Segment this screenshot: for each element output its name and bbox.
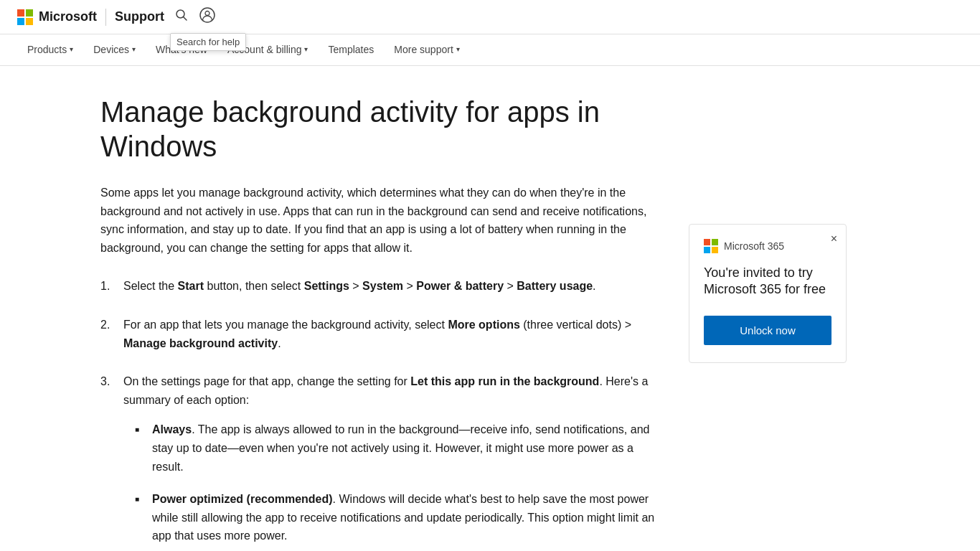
more-support-chevron-icon: ▾ [456,45,460,53]
sub-item-always: Always. The app is always allowed to run… [135,420,660,476]
ms365-card-logo: Microsoft 365 [704,239,831,253]
ms365-promo-card: × Microsoft 365 You're invited to try Mi… [689,224,847,363]
nav-templates[interactable]: Templates [318,34,384,66]
sub-always-bold: Always [152,423,192,435]
header-icons: Search for help [170,6,219,29]
nav-products[interactable]: Products ▾ [17,34,83,66]
step-1: Select the Start button, then select Set… [100,277,660,296]
step2-bold-more-options: More options [448,319,519,331]
step-2: For an app that lets you manage the back… [100,316,660,352]
microsoft-logo-text: Microsoft [39,9,97,24]
step1-bold-power: Power & battery [416,280,504,292]
step2-bold-manage: Manage background activity [123,337,278,349]
svg-rect-11 [712,247,718,253]
article-title: Manage background activity for apps in W… [100,95,660,164]
nav-templates-label: Templates [328,44,374,55]
unlock-now-button[interactable]: Unlock now [704,316,831,345]
products-chevron-icon: ▾ [70,45,73,53]
step-3-content: On the settings page for that app, chang… [123,372,660,551]
sub-item-power-content: Power optimized (recommended). Windows w… [152,490,660,545]
svg-rect-10 [704,247,710,253]
sub-list: Always. The app is always allowed to run… [123,420,660,545]
nav-products-label: Products [27,44,67,55]
nav-devices[interactable]: Devices ▾ [83,34,146,66]
nav-devices-label: Devices [93,44,129,55]
ms365-card-title: You're invited to try Microsoft 365 for … [704,265,831,298]
step-3: On the settings page for that app, chang… [100,372,660,551]
search-icon [175,9,188,25]
microsoft-logo-icon [17,9,33,25]
step3-bold-let-run: Let this app run in the background [410,375,599,387]
header-divider [105,9,106,26]
step-2-content: For an app that lets you manage the back… [123,316,660,352]
nav-more-support[interactable]: More support ▾ [384,34,469,66]
user-account-button[interactable] [196,6,219,29]
article-intro: Some apps let you manage background acti… [100,184,660,257]
step1-bold-battery: Battery usage [517,280,593,292]
main-nav: Products ▾ Devices ▾ What's new Account … [0,34,980,66]
svg-line-5 [184,17,187,21]
page-container: Manage background activity for apps in W… [0,66,980,551]
search-tooltip: Search for help [170,33,246,51]
article-content: Manage background activity for apps in W… [100,95,660,551]
svg-rect-2 [17,18,24,25]
svg-rect-1 [26,9,33,17]
sub-item-always-content: Always. The app is always allowed to run… [152,420,660,476]
step1-bold-settings: Settings [304,280,349,292]
nav-more-support-label: More support [394,44,453,55]
svg-rect-3 [26,18,33,25]
sub-power-bold: Power optimized (recommended) [152,493,333,505]
microsoft-logo-link[interactable]: Microsoft [17,9,97,25]
svg-rect-8 [704,239,710,245]
search-button[interactable]: Search for help [170,6,193,29]
devices-chevron-icon: ▾ [132,45,136,53]
article-steps: Select the Start button, then select Set… [100,277,660,551]
account-billing-chevron-icon: ▾ [304,45,308,53]
svg-rect-0 [17,9,24,17]
user-icon [199,7,215,27]
svg-rect-9 [712,239,718,245]
step1-bold-system: System [362,280,403,292]
sub-item-power-optimized: Power optimized (recommended). Windows w… [135,490,660,545]
svg-point-7 [205,11,209,16]
ms365-logo-text: Microsoft 365 [724,240,784,252]
sidebar-card: × Microsoft 365 You're invited to try Mi… [689,224,847,363]
ms365-logo-icon [704,239,718,253]
step-1-content: Select the Start button, then select Set… [123,277,660,296]
card-close-button[interactable]: × [831,233,837,245]
support-label: Support [115,9,164,24]
step1-bold-start: Start [178,280,204,292]
site-header: Microsoft Support Search for help [0,0,980,34]
